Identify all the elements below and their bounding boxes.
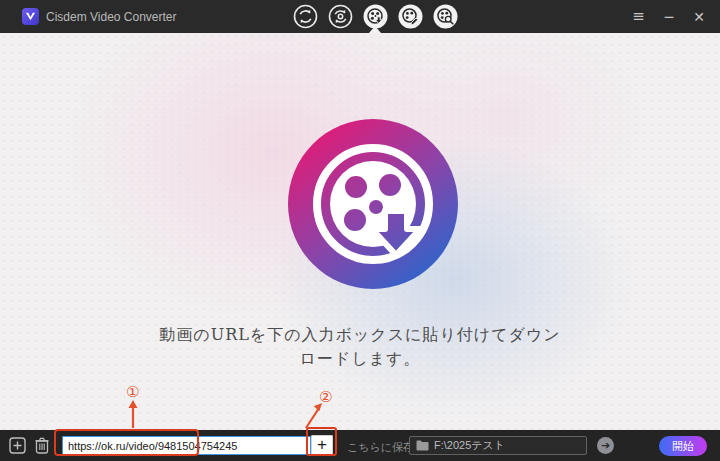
instruction-line-2: ロードします。 <box>0 347 720 371</box>
bottombar: + こちらに保存 F:\2025テスト ➔ 開始 <box>0 430 720 461</box>
trash-icon[interactable] <box>34 436 50 457</box>
folder-icon <box>416 440 429 451</box>
title-left: Cisdem Video Converter <box>22 0 177 33</box>
save-path-text: F:\2025テスト <box>434 438 505 453</box>
instruction-line-1: 動画のURLを下の入力ボックスに貼り付けてダウン <box>0 323 720 347</box>
window-controls: ≡ ─ ✕ <box>629 0 708 33</box>
download-panel: 動画のURLを下の入力ボックスに貼り付けてダウン ロードします。 <box>0 33 720 430</box>
active-tab-caret <box>369 26 381 33</box>
tab-edit-icon[interactable] <box>398 4 423 29</box>
app-logo-icon <box>22 8 39 25</box>
save-to-label: こちらに保存 <box>347 440 414 455</box>
url-input[interactable] <box>62 436 311 455</box>
titlebar: Cisdem Video Converter <box>0 0 720 33</box>
close-button[interactable]: ✕ <box>690 8 708 26</box>
instruction-text: 動画のURLを下の入力ボックスに貼り付けてダウン ロードします。 <box>0 323 720 371</box>
save-path-field[interactable]: F:\2025テスト <box>409 436 587 455</box>
add-download-button[interactable]: + <box>311 435 333 456</box>
download-logo-icon <box>288 119 458 289</box>
add-url-icon[interactable] <box>9 437 26 457</box>
window-title: Cisdem Video Converter <box>46 10 177 24</box>
tab-rip-icon[interactable] <box>328 4 353 29</box>
minimize-button[interactable]: ─ <box>662 8 676 26</box>
app-window: Cisdem Video Converter <box>0 0 720 461</box>
tab-convert-icon[interactable] <box>293 4 318 29</box>
tab-toolbox-icon[interactable] <box>433 4 458 29</box>
start-button[interactable]: 開始 <box>659 436 707 456</box>
menu-button[interactable]: ≡ <box>629 7 648 26</box>
open-folder-button[interactable]: ➔ <box>597 437 614 454</box>
